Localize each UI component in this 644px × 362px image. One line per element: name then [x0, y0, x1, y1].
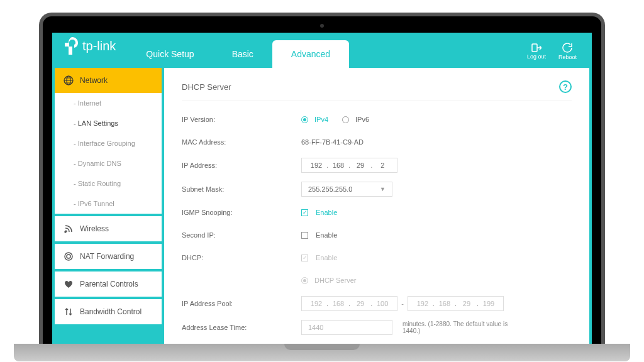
label-igmp: IGMP Snooping:: [182, 209, 301, 216]
brand-text: tp-link: [82, 39, 116, 53]
input-lease[interactable]: [301, 320, 392, 335]
checkbox-dhcp: ✓: [301, 255, 308, 261]
input-pool-end[interactable]: . . .: [408, 296, 504, 311]
logout-icon: [531, 43, 541, 52]
label-subnet: Subnet Mask:: [182, 185, 301, 193]
reboot-icon: [562, 43, 572, 53]
label-pool: IP Address Pool:: [182, 300, 301, 307]
hint-lease: minutes. (1-2880. The default value is 1…: [402, 321, 516, 334]
input-ip-address[interactable]: . . .: [301, 158, 397, 173]
brand-logo: tp-link: [52, 33, 127, 68]
value-mac: 68-FF-7B-41-C9-AD: [301, 138, 364, 146]
label-dhcp: DHCP:: [182, 254, 301, 261]
radio-ipv4[interactable]: [301, 116, 308, 123]
tab-basic[interactable]: Basic: [213, 40, 272, 68]
sidebar-item-parental[interactable]: Parental Controls: [55, 272, 162, 297]
radio-ipv6[interactable]: [342, 116, 349, 123]
app-header: tp-link Quick Setup Basic Advanced Log o…: [52, 33, 592, 68]
sidebar-sub-lan[interactable]: - LAN Settings: [55, 113, 162, 133]
tplink-logo-icon: [64, 37, 79, 55]
tab-quick-setup[interactable]: Quick Setup: [127, 40, 213, 68]
sidebar: Network - Internet - LAN Settings - Inte…: [52, 68, 164, 344]
wifi-icon: [64, 224, 74, 234]
sidebar-item-nat[interactable]: NAT Forwarding: [55, 244, 162, 269]
heart-icon: [64, 279, 74, 289]
svg-rect-0: [532, 44, 537, 52]
label-ip-addr: IP Address:: [182, 162, 301, 169]
bandwidth-icon: [64, 307, 74, 317]
input-pool-start[interactable]: . . .: [301, 296, 397, 311]
page-title: DHCP Server: [182, 82, 231, 92]
logout-button[interactable]: Log out: [527, 43, 546, 60]
label-second-ip: Second IP:: [182, 231, 301, 239]
svg-point-3: [65, 231, 66, 233]
checkbox-second-ip[interactable]: [301, 232, 308, 239]
content-panel: DHCP Server ? IP Version: IPv4 IPv6: [164, 68, 589, 344]
sidebar-item-network[interactable]: Network: [55, 68, 162, 93]
sidebar-sub-static-routing[interactable]: - Static Routing: [55, 173, 162, 194]
globe-icon: [64, 75, 74, 85]
nat-icon: [64, 251, 74, 261]
sidebar-item-wireless[interactable]: Wireless: [55, 216, 162, 241]
radio-dhcp-server: [301, 277, 308, 284]
tab-advanced[interactable]: Advanced: [272, 40, 349, 68]
sidebar-sub-ipv6-tunnel[interactable]: - IPv6 Tunnel: [55, 194, 162, 214]
svg-point-4: [65, 253, 72, 260]
sidebar-item-bandwidth[interactable]: Bandwidth Control: [55, 299, 162, 324]
label-mac: MAC Address:: [182, 138, 301, 146]
label-ip-version: IP Version:: [182, 116, 301, 123]
help-icon[interactable]: ?: [559, 80, 572, 93]
reboot-button[interactable]: Reboot: [558, 43, 577, 60]
label-lease: Address Lease Time:: [182, 324, 301, 331]
sidebar-sub-interface-grouping[interactable]: - Interface Grouping: [55, 133, 162, 153]
sidebar-sub-internet[interactable]: - Internet: [55, 93, 162, 113]
chevron-down-icon: ▼: [380, 186, 386, 192]
sidebar-sub-dynamic-dns[interactable]: - Dynamic DNS: [55, 153, 162, 173]
select-subnet[interactable]: 255.255.255.0 ▼: [301, 182, 392, 197]
checkbox-igmp[interactable]: ✓: [301, 209, 308, 216]
